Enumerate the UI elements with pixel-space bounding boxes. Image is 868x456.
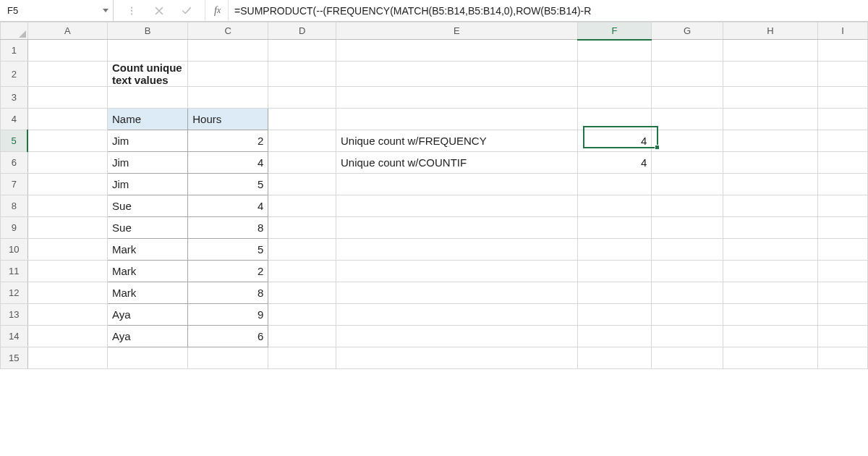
cell-E8[interactable] [336,195,577,217]
cell-C13[interactable]: 9 [188,304,268,326]
cell-I1[interactable] [817,40,867,62]
cell-A5[interactable] [27,130,107,152]
cell-F8[interactable] [577,195,652,217]
cell-H4[interactable] [723,109,817,130]
cell-F11[interactable] [577,261,652,282]
cell-A8[interactable] [27,195,107,217]
cell-I13[interactable] [817,304,867,326]
col-header-H[interactable]: H [723,22,817,40]
cell-I5[interactable] [817,130,867,152]
cell-I6[interactable] [817,152,867,174]
cell-H10[interactable] [723,239,817,261]
enter-check-icon[interactable] [182,6,192,16]
cell-A14[interactable] [27,326,107,347]
cell-B14[interactable]: Aya [108,326,188,347]
cell-A10[interactable] [27,239,107,261]
cell-G13[interactable] [652,304,723,326]
cell-E10[interactable] [336,239,577,261]
row-header-8[interactable]: 8 [1,195,28,217]
cell-F4[interactable] [577,109,652,130]
cell-I2[interactable] [817,62,867,87]
formula-input[interactable]: =SUMPRODUCT(--(FREQUENCY(MATCH(B5:B14,B5… [229,0,868,21]
cell-B9[interactable]: Sue [108,217,188,239]
row-header-1[interactable]: 1 [1,40,28,62]
cell-A6[interactable] [27,152,107,174]
cell-A9[interactable] [27,217,107,239]
cell-B11[interactable]: Mark [108,261,188,282]
cell-A7[interactable] [27,174,107,195]
cell-C4[interactable]: Hours [188,109,268,130]
cell-A13[interactable] [27,304,107,326]
fx-icon[interactable]: fx [205,0,229,21]
cell-A4[interactable] [27,109,107,130]
cell-A12[interactable] [27,282,107,304]
cell-F3[interactable] [577,87,652,109]
cell-H7[interactable] [723,174,817,195]
cell-G9[interactable] [652,217,723,239]
cell-G11[interactable] [652,261,723,282]
cell-I14[interactable] [817,326,867,347]
cell-B2[interactable]: Count unique text values [108,62,188,87]
cell-B1[interactable] [108,40,188,62]
row-header-2[interactable]: 2 [1,62,28,87]
cell-C10[interactable]: 5 [188,239,268,261]
cell-D4[interactable] [268,109,336,130]
cell-G1[interactable] [652,40,723,62]
cell-F1[interactable] [577,40,652,62]
cell-D13[interactable] [268,304,336,326]
cell-A2[interactable] [27,62,107,87]
cell-H9[interactable] [723,217,817,239]
row-header-5[interactable]: 5 [1,130,28,152]
col-header-F[interactable]: F [577,22,652,40]
cell-E12[interactable] [336,282,577,304]
row-header-4[interactable]: 4 [1,109,28,130]
cell-G5[interactable] [652,130,723,152]
cell-G2[interactable] [652,62,723,87]
cell-D11[interactable] [268,261,336,282]
cell-I4[interactable] [817,109,867,130]
cell-G7[interactable] [652,174,723,195]
cell-B8[interactable]: Sue [108,195,188,217]
cell-D6[interactable] [268,152,336,174]
row-header-13[interactable]: 13 [1,304,28,326]
chevron-down-icon[interactable] [103,9,109,12]
row-header-10[interactable]: 10 [1,239,28,261]
cell-B12[interactable]: Mark [108,282,188,304]
cell-E14[interactable] [336,326,577,347]
cell-B10[interactable]: Mark [108,239,188,261]
cell-H13[interactable] [723,304,817,326]
cell-E5[interactable]: Unique count w/FREQUENCY [336,130,577,152]
cell-C8[interactable]: 4 [188,195,268,217]
cell-I8[interactable] [817,195,867,217]
cell-H6[interactable] [723,152,817,174]
cell-C1[interactable] [188,40,268,62]
cell-A15[interactable] [27,347,107,369]
cell-C9[interactable]: 8 [188,217,268,239]
cell-F15[interactable] [577,347,652,369]
cell-C12[interactable]: 8 [188,282,268,304]
cell-C3[interactable] [188,87,268,109]
cell-F5[interactable]: 4 [577,130,652,152]
cell-B6[interactable]: Jim [108,152,188,174]
cell-D12[interactable] [268,282,336,304]
cell-H3[interactable] [723,87,817,109]
row-header-15[interactable]: 15 [1,347,28,369]
cell-D9[interactable] [268,217,336,239]
cell-G8[interactable] [652,195,723,217]
cell-A3[interactable] [27,87,107,109]
col-header-D[interactable]: D [268,22,336,40]
cell-C7[interactable]: 5 [188,174,268,195]
cell-I10[interactable] [817,239,867,261]
name-box[interactable]: F5 [0,0,114,21]
cell-F9[interactable] [577,217,652,239]
cell-D1[interactable] [268,40,336,62]
row-header-12[interactable]: 12 [1,282,28,304]
cell-D10[interactable] [268,239,336,261]
col-header-B[interactable]: B [108,22,188,40]
cell-C5[interactable]: 2 [188,130,268,152]
cell-F12[interactable] [577,282,652,304]
cell-E1[interactable] [336,40,577,62]
cell-D14[interactable] [268,326,336,347]
row-header-11[interactable]: 11 [1,261,28,282]
cell-D7[interactable] [268,174,336,195]
